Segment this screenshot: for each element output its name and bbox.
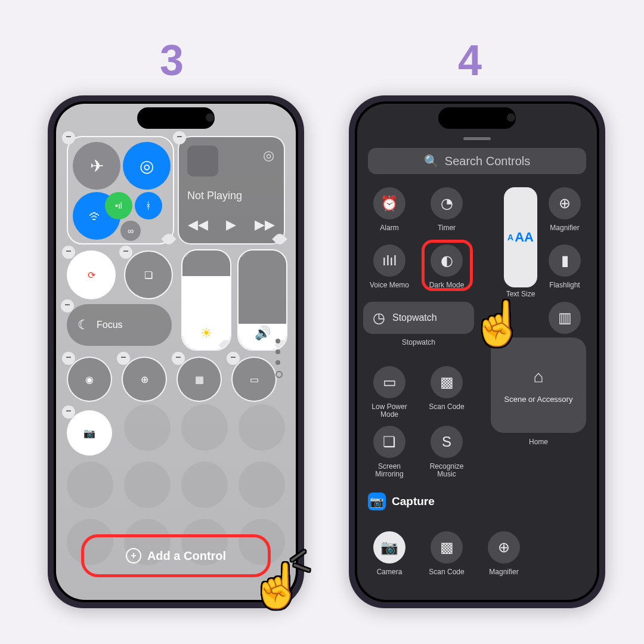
mirror-icon: ❏ xyxy=(383,434,396,450)
control-camera[interactable]: 📷Camera xyxy=(368,531,411,576)
minus-icon[interactable]: – xyxy=(62,131,75,144)
quick-note-icon: ▥ xyxy=(558,309,572,326)
magnifier-icon: ⊕ xyxy=(141,374,148,385)
waveform-icon: ılıl xyxy=(382,252,397,269)
low-power[interactable]: –▭ xyxy=(231,357,277,402)
airdrop-toggle[interactable]: ◎ xyxy=(123,142,171,190)
dark-mode-highlight xyxy=(422,240,473,291)
magnifier[interactable]: –⊕ xyxy=(122,357,167,402)
calculator[interactable]: –▦ xyxy=(177,357,222,402)
camera-icon: 📷 xyxy=(370,495,384,509)
plus-icon: + xyxy=(126,548,141,564)
bluetooth-toggle[interactable]: ᚼ xyxy=(135,192,162,219)
link-icon: ∞ xyxy=(128,226,134,236)
timer-icon: ◔ xyxy=(441,195,453,212)
step-number-3: 3 xyxy=(160,36,184,85)
flashlight-icon: ▮ xyxy=(561,252,569,269)
control-flashlight[interactable]: ▮Flashlight xyxy=(543,244,586,289)
cellular-icon: •ıl xyxy=(115,201,122,210)
text-size-label: Text Size xyxy=(504,290,537,298)
airplane-toggle[interactable]: ✈︎ xyxy=(73,142,120,190)
tap-cursor: ☝️ xyxy=(250,561,304,611)
search-icon: 🔍 xyxy=(424,154,439,168)
control-low-power[interactable]: ▭Low Power Mode xyxy=(368,366,411,419)
phone-step-4: 🔍 Search Controls ⏰Alarm ◔Timer ⊕Magnifi… xyxy=(349,95,605,608)
sun-icon: ☀︎ xyxy=(182,326,230,341)
play-icon[interactable]: ▶ xyxy=(226,217,236,233)
mirror-icon: ❏ xyxy=(144,270,153,281)
volume-slider[interactable]: – 🔊 xyxy=(237,249,287,351)
bluetooth-icon: ᚼ xyxy=(145,200,151,211)
empty-slot-grid xyxy=(67,404,285,541)
lock-rotate-icon: ⟳ xyxy=(88,270,95,281)
control-scan-code[interactable]: ▩Scan Code xyxy=(425,366,468,419)
screen-mirror[interactable]: –❏ xyxy=(124,250,173,299)
add-control-label: Add a Control xyxy=(147,549,226,563)
tap-cursor: ☝️ xyxy=(471,298,525,349)
shazam-icon: Ѕ xyxy=(442,434,451,450)
album-art-placeholder xyxy=(187,145,218,177)
control-magnifier[interactable]: ⊕Magnifier xyxy=(543,187,586,232)
minus-icon[interactable]: – xyxy=(62,246,75,259)
orientation-lock[interactable]: –⟳ xyxy=(67,250,116,299)
minus-icon[interactable]: – xyxy=(119,246,132,259)
dynamic-island xyxy=(137,107,215,129)
focus-control[interactable]: – ☾ Focus xyxy=(67,304,172,346)
control-stopwatch[interactable]: ◷StopwatchStopwatch xyxy=(368,302,469,346)
wifi-icon: ᯤ xyxy=(88,206,105,226)
minus-icon[interactable]: – xyxy=(61,299,74,312)
control-recognize-music[interactable]: ЅRecognize Music xyxy=(425,426,468,478)
airplane-icon: ✈︎ xyxy=(90,156,104,176)
control-timer[interactable]: ◔Timer xyxy=(425,187,468,232)
magnifier-icon: ⊕ xyxy=(498,539,510,556)
minus-icon[interactable]: – xyxy=(117,352,130,365)
minus-icon[interactable]: – xyxy=(62,352,75,365)
cellular-toggle[interactable]: •ıl xyxy=(105,192,132,219)
control-center-edit-screen: – ✈︎ ◎ ᯤ •ıl ᚼ ∞ – ◎ Not Playing ◀◀ ▶ ▶▶ xyxy=(56,104,296,600)
minus-icon[interactable]: – xyxy=(173,131,186,144)
connectivity-group[interactable]: – ✈︎ ◎ ᯤ •ıl ᚼ ∞ xyxy=(67,136,174,244)
large-a-icon: AA xyxy=(515,230,534,245)
control-magnifier-2[interactable]: ⊕Magnifier xyxy=(482,531,525,576)
resize-handle[interactable] xyxy=(272,231,287,246)
control-scene-accessory[interactable]: ⌂ Scene or Accessory Home xyxy=(491,338,586,433)
resize-handle[interactable] xyxy=(161,231,176,246)
dynamic-island xyxy=(438,107,516,129)
airdrop-icon: ◎ xyxy=(140,156,154,176)
media-status: Not Playing xyxy=(187,190,242,202)
page-dots[interactable] xyxy=(275,339,283,378)
sheet-handle[interactable] xyxy=(463,137,491,140)
record-icon: ◉ xyxy=(85,374,94,385)
control-voice-memo[interactable]: ılılVoice Memo xyxy=(368,244,411,289)
phone-step-3: – ✈︎ ◎ ᯤ •ıl ᚼ ∞ – ◎ Not Playing ◀◀ ▶ ▶▶ xyxy=(48,95,304,608)
battery-icon: ▭ xyxy=(383,374,397,391)
minus-icon[interactable]: – xyxy=(172,352,185,365)
screen-record[interactable]: –◉ xyxy=(67,357,112,402)
stopwatch-icon: ◷ xyxy=(373,309,385,326)
control-scan-code-2[interactable]: ▩Scan Code xyxy=(425,531,468,576)
moon-icon: ☾ xyxy=(78,317,89,333)
qr-icon: ▩ xyxy=(440,374,454,391)
focus-label: Focus xyxy=(97,320,123,330)
small-a-icon: A xyxy=(507,233,513,242)
search-controls-input[interactable]: 🔍 Search Controls xyxy=(368,148,586,174)
add-control-button[interactable]: + Add a Control xyxy=(81,534,271,577)
brightness-slider[interactable]: – ☀︎ xyxy=(181,249,231,351)
capture-section-header: 📷 Capture xyxy=(368,493,435,510)
control-alarm[interactable]: ⏰Alarm xyxy=(368,187,411,232)
minus-icon[interactable]: – xyxy=(227,352,240,365)
battery-icon: ▭ xyxy=(250,374,259,385)
media-group[interactable]: – ◎ Not Playing ◀◀ ▶ ▶▶ xyxy=(178,136,285,244)
control-screen-mirroring[interactable]: ❏Screen Mirroring xyxy=(368,426,411,478)
controls-gallery-screen: 🔍 Search Controls ⏰Alarm ◔Timer ⊕Magnifi… xyxy=(357,104,597,600)
airplay-icon[interactable]: ◎ xyxy=(263,148,274,163)
camera-icon: 📷 xyxy=(380,539,398,556)
step-number-4: 4 xyxy=(458,36,482,85)
rewind-icon[interactable]: ◀◀ xyxy=(188,217,208,233)
forward-icon[interactable]: ▶▶ xyxy=(255,217,275,233)
control-text-size[interactable]: AAA xyxy=(504,187,537,287)
front-camera xyxy=(507,113,515,122)
hotspot-toggle[interactable]: ∞ xyxy=(120,221,141,241)
home-icon: ⌂ xyxy=(534,367,544,386)
qr-icon: ▩ xyxy=(440,539,454,556)
